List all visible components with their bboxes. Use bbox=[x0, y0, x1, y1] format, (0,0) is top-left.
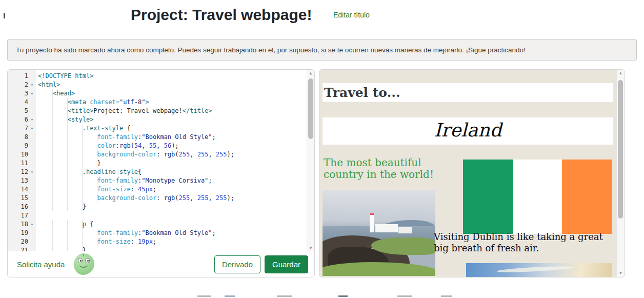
edge-artifact-mark bbox=[4, 13, 5, 18]
editor-scrollbar-thumb[interactable] bbox=[308, 78, 313, 139]
code-line[interactable]: <head> bbox=[38, 89, 307, 98]
code-line[interactable]: font-family:"Monotype Corsiva"; bbox=[38, 176, 307, 185]
code-editor-panel: 12▾3▾456▾7▾89101112▾131415161718▾192021 … bbox=[7, 69, 315, 277]
line-number: 12 bbox=[8, 168, 28, 176]
line-number: 10 bbox=[8, 150, 28, 159]
clipped-bottom-text bbox=[225, 295, 235, 297]
clipped-bottom-text bbox=[397, 295, 412, 297]
code-line[interactable]: font-size: 19px; bbox=[38, 237, 307, 246]
fold-spacer bbox=[28, 185, 36, 194]
preview-scrollbar-thumb[interactable] bbox=[618, 80, 623, 218]
fold-spacer bbox=[28, 133, 36, 142]
spinoff-button[interactable]: Derivado bbox=[214, 255, 260, 273]
fold-arrow-icon[interactable]: ▾ bbox=[28, 89, 36, 98]
preview-scrollbar[interactable]: ▲ ▼ bbox=[616, 70, 625, 277]
gutter-row: 13 bbox=[8, 176, 36, 185]
fold-spacer bbox=[28, 229, 36, 237]
line-number: 19 bbox=[8, 229, 28, 237]
line-number: 4 bbox=[8, 98, 28, 107]
gutter-row: 2▾ bbox=[8, 81, 36, 89]
completion-banner-text: Tu proyecto ha sido marcado ahora como c… bbox=[16, 46, 526, 54]
code-line[interactable]: color:rgb(54, 55, 56); bbox=[38, 142, 307, 150]
gutter-row: 7▾ bbox=[8, 124, 36, 133]
scroll-up-icon[interactable]: ▲ bbox=[307, 70, 314, 77]
flag-stripe-green bbox=[463, 160, 513, 234]
gutter-row: 10 bbox=[8, 150, 36, 159]
fold-spacer bbox=[28, 237, 36, 246]
code-line[interactable]: font-size: 45px; bbox=[38, 185, 307, 194]
request-help-link[interactable]: Solicita ayuda bbox=[17, 260, 65, 269]
gutter-row: 5 bbox=[8, 107, 36, 115]
gutter-row: 15 bbox=[8, 194, 36, 203]
fold-spacer bbox=[28, 107, 36, 115]
winston-avatar-icon bbox=[74, 253, 94, 275]
fold-spacer bbox=[28, 159, 36, 168]
code-line[interactable] bbox=[38, 211, 307, 220]
code-line[interactable]: p { bbox=[38, 220, 307, 229]
code-line[interactable]: font-family:"Bookman Old Style"; bbox=[38, 133, 307, 142]
save-button[interactable]: Guardar bbox=[265, 255, 308, 273]
preview-country-headline: Ireland bbox=[323, 117, 613, 145]
edit-title-link[interactable]: Editar título bbox=[333, 11, 370, 19]
code-line[interactable]: } bbox=[38, 159, 307, 168]
editor-scrollbar[interactable]: ▲ ▼ bbox=[307, 70, 314, 252]
fold-spacer bbox=[28, 194, 36, 203]
line-number: 13 bbox=[8, 176, 28, 185]
ireland-flag bbox=[463, 160, 612, 234]
scroll-down-icon[interactable]: ▼ bbox=[617, 270, 625, 277]
line-number: 20 bbox=[8, 237, 28, 246]
page-title: Project: Travel webpage! bbox=[131, 6, 312, 24]
fold-arrow-icon[interactable]: ▾ bbox=[28, 115, 36, 124]
line-number: 2 bbox=[8, 81, 28, 89]
line-number: 15 bbox=[8, 194, 28, 203]
line-number: 18 bbox=[8, 220, 28, 229]
code-line[interactable]: <!DOCTYPE html> bbox=[38, 72, 307, 81]
gutter-row: 19 bbox=[8, 229, 36, 237]
code-line[interactable]: } bbox=[38, 203, 307, 211]
clipped-bottom-text bbox=[197, 295, 211, 297]
line-number: 14 bbox=[8, 185, 28, 194]
gutter-row: 6▾ bbox=[8, 115, 36, 124]
gutter-row: 3▾ bbox=[8, 89, 36, 98]
line-number: 17 bbox=[8, 211, 28, 220]
scroll-up-icon[interactable]: ▲ bbox=[617, 70, 625, 77]
preview-heading: Travel to... bbox=[323, 83, 613, 102]
gutter-row: 16 bbox=[8, 203, 36, 211]
preview-pane: Travel to... Ireland The most beautiful … bbox=[319, 69, 625, 277]
code-line[interactable]: .headline-style{ bbox=[38, 168, 307, 176]
code-editor[interactable]: 12▾3▾456▾7▾89101112▾131415161718▾192021 … bbox=[8, 70, 314, 252]
line-number: 5 bbox=[8, 107, 28, 115]
code-line[interactable]: background-color: rgb(255, 255, 255); bbox=[38, 150, 307, 159]
code-line[interactable]: <html> bbox=[38, 81, 307, 89]
fold-arrow-icon[interactable]: ▾ bbox=[28, 124, 36, 133]
clipped-bottom-text bbox=[441, 295, 452, 297]
fold-spacer bbox=[28, 150, 36, 159]
scroll-down-icon[interactable]: ▼ bbox=[307, 245, 314, 252]
code-line[interactable]: <style> bbox=[38, 115, 307, 124]
lighthouse-photo bbox=[323, 190, 435, 276]
fold-spacer bbox=[28, 98, 36, 107]
gutter: 12▾3▾456▾7▾89101112▾131415161718▾192021 bbox=[8, 70, 36, 252]
sky-photo bbox=[466, 263, 612, 277]
fold-arrow-icon[interactable]: ▾ bbox=[28, 168, 36, 176]
gutter-row: 18▾ bbox=[8, 220, 36, 229]
code-line[interactable]: font-family:"Bookman Old Style"; bbox=[38, 229, 307, 237]
clipped-bottom-text bbox=[338, 295, 348, 297]
gutter-row: 12▾ bbox=[8, 168, 36, 176]
gutter-row: 8 bbox=[8, 133, 36, 142]
fold-arrow-icon[interactable]: ▾ bbox=[28, 220, 36, 229]
code-lines[interactable]: <!DOCTYPE html><html><head><meta charset… bbox=[36, 70, 307, 252]
code-line[interactable]: <title>Project: Travel webpage!</title> bbox=[38, 107, 307, 115]
line-number: 3 bbox=[8, 89, 28, 98]
line-number: 16 bbox=[8, 203, 28, 211]
code-line[interactable]: background-color: rgb(255, 255, 255); bbox=[38, 194, 307, 203]
code-line[interactable]: .text-style { bbox=[38, 124, 307, 133]
line-number: 11 bbox=[8, 159, 28, 168]
fold-spacer bbox=[28, 203, 36, 211]
line-number: 6 bbox=[8, 115, 28, 124]
preview-tagline: The most beautiful country in the world! bbox=[324, 157, 452, 181]
code-line[interactable]: <meta charset="utf-8"> bbox=[38, 98, 307, 107]
fold-arrow-icon[interactable]: ▾ bbox=[28, 81, 36, 89]
flag-stripe-orange bbox=[562, 160, 612, 234]
fold-spacer bbox=[28, 72, 36, 81]
